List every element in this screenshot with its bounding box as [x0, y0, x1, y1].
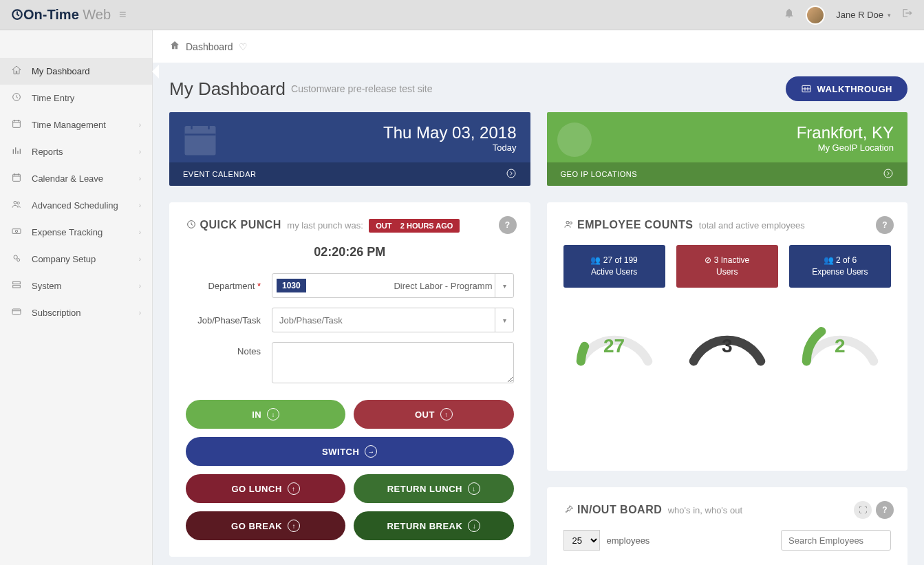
punch-in-button[interactable]: IN↓ [186, 400, 345, 429]
sidebar-item-dashboard[interactable]: My Dashboard [0, 58, 152, 85]
help-button[interactable]: ? [499, 216, 517, 234]
active-users-card[interactable]: 👥 27 of 199 Active Users [563, 245, 665, 288]
active-gauge: 27 [570, 304, 659, 366]
page-size-select[interactable]: 25 [563, 530, 600, 551]
chevron-right-icon: › [139, 282, 141, 290]
count-line1: 2 of 6 [836, 255, 857, 265]
notes-textarea[interactable] [272, 342, 514, 383]
help-button[interactable]: ? [876, 501, 894, 519]
dropdown-icon[interactable]: ▾ [495, 308, 514, 332]
clock-icon [186, 219, 197, 231]
sidebar-item-expense-tracking[interactable]: Expense Tracking › [0, 219, 152, 246]
switch-button[interactable]: SWITCH→ [186, 437, 514, 466]
logo-web: Web [79, 7, 111, 22]
svg-point-9 [17, 259, 20, 262]
location-label: My GeoIP Location [561, 142, 894, 153]
chevron-right-icon: › [139, 255, 141, 263]
topbar-right: Jane R Doe ▾ [784, 6, 913, 25]
avatar[interactable] [806, 6, 825, 25]
sidebar-item-company-setup[interactable]: Company Setup › [0, 246, 152, 273]
sidebar-label: My Dashboard [32, 66, 90, 76]
logo: On-Time Web [11, 7, 111, 23]
punch-status-badge: OUT 2 HOURS AGO [369, 219, 460, 233]
card-subtitle: total and active employees [699, 220, 805, 231]
notification-icon[interactable] [784, 8, 795, 22]
calendar-bg-icon [176, 119, 224, 160]
pin-icon [563, 504, 574, 515]
sidebar-item-calendar-leave[interactable]: Calendar & Leave › [0, 165, 152, 192]
svg-rect-14 [185, 126, 216, 156]
notes-row: Notes [186, 342, 514, 386]
go-lunch-button[interactable]: GO LUNCH↑ [186, 474, 345, 503]
inout-board-card: ? ⛶ IN/OUT BOARD who's in, who's out 25 … [547, 487, 908, 565]
badge-status: OUT [376, 222, 391, 230]
money-icon [11, 226, 25, 239]
card-subtitle: who's in, who's out [668, 505, 742, 515]
help-button[interactable]: ? [876, 216, 894, 234]
count-line2: Expense Users [812, 267, 868, 277]
sidebar-item-reports[interactable]: Reports › [0, 138, 152, 165]
users-icon [563, 219, 574, 231]
badge-time: 2 HOURS AGO [400, 222, 453, 230]
return-break-button[interactable]: RETURN BREAK↓ [354, 511, 513, 540]
walkthrough-label: WALKTHROUGH [817, 84, 893, 94]
server-icon [11, 279, 25, 292]
go-break-button[interactable]: GO BREAK↑ [186, 511, 345, 540]
sidebar-item-time-entry[interactable]: Time Entry [0, 85, 152, 111]
svg-point-7 [15, 230, 17, 232]
walkthrough-button[interactable]: WALKTHROUGH [786, 76, 908, 101]
arrow-down-circle-icon: ↓ [468, 482, 480, 495]
btn-label: SWITCH [322, 447, 359, 457]
svg-point-17 [557, 122, 592, 157]
search-employees-input[interactable] [781, 530, 891, 551]
users-icon: 👥 [824, 255, 836, 265]
breadcrumb: Dashboard ♡ [153, 30, 924, 63]
svg-rect-12 [12, 309, 21, 315]
count-line1: 3 Inactive [714, 255, 749, 265]
sidebar-label: Expense Tracking [32, 227, 103, 237]
svg-point-5 [17, 202, 19, 204]
job-input[interactable] [272, 308, 514, 332]
btn-label: RETURN LUNCH [387, 484, 462, 494]
sidebar-item-subscription[interactable]: Subscription › [0, 299, 152, 326]
arrow-up-circle-icon: ↑ [288, 520, 300, 532]
svg-point-4 [14, 201, 17, 204]
sidebar-item-time-management[interactable]: Time Management › [0, 111, 152, 138]
employees-label: employees [607, 535, 650, 546]
user-menu[interactable]: Jane R Doe ▾ [836, 10, 891, 20]
expense-users-card[interactable]: 👥 2 of 6 Expense Users [789, 245, 891, 288]
svg-point-8 [14, 255, 17, 259]
home-icon[interactable] [169, 40, 180, 53]
sidebar-item-system[interactable]: System › [0, 273, 152, 299]
menu-toggle-icon[interactable]: ≡ [119, 8, 127, 22]
expand-button[interactable]: ⛶ [854, 501, 872, 519]
btn-label: GO BREAK [231, 521, 282, 531]
gauge-value: 3 [683, 335, 772, 357]
inactive-gauge: 3 [683, 304, 772, 366]
inactive-users-card[interactable]: ⊘ 3 Inactive Users [676, 245, 778, 288]
return-lunch-button[interactable]: RETURN LUNCH↓ [354, 474, 513, 503]
main-content: Dashboard ♡ My Dashboard Customware pre-… [153, 30, 924, 565]
department-code: 1030 [277, 279, 306, 292]
globe-bg-icon [554, 119, 595, 160]
required-marker: * [257, 281, 261, 291]
heart-icon[interactable]: ♡ [239, 41, 248, 52]
chevron-right-icon: › [139, 175, 141, 182]
date-banner[interactable]: Thu May 03, 2018 Today EVENT CALENDAR [169, 112, 530, 186]
dropdown-icon[interactable]: ▾ [495, 273, 514, 298]
card-title: IN/OUT BOARD [577, 504, 662, 515]
count-line2: Active Users [591, 267, 637, 277]
sidebar-item-advanced-scheduling[interactable]: Advanced Scheduling › [0, 192, 152, 219]
btn-label: IN [252, 409, 261, 420]
sidebar-label: System [32, 281, 61, 291]
sidebar-label: Advanced Scheduling [32, 200, 118, 211]
btn-label: RETURN BREAK [387, 521, 462, 531]
btn-label: GO LUNCH [231, 484, 281, 494]
logout-icon[interactable] [902, 8, 913, 22]
punch-out-button[interactable]: OUT↑ [354, 400, 513, 429]
department-select[interactable]: 1030 Direct Labor - Programm [272, 273, 514, 298]
calendar-check-icon [11, 118, 25, 131]
svg-point-18 [884, 169, 892, 178]
location-banner[interactable]: Frankfort, KY My GeoIP Location GEO IP L… [547, 112, 908, 186]
breadcrumb-text[interactable]: Dashboard [186, 41, 233, 52]
